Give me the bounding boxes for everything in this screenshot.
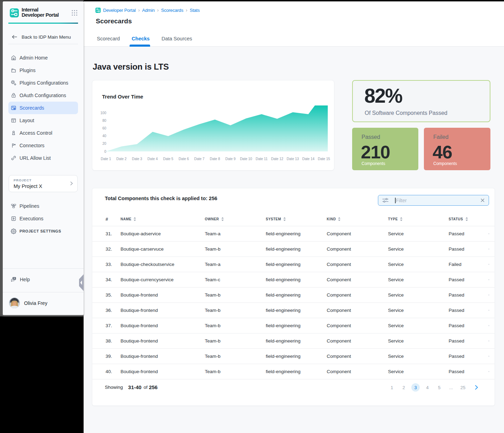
svg-text:Date 5: Date 5 — [163, 157, 173, 161]
svg-text:100: 100 — [100, 111, 106, 115]
svg-text:Date 6: Date 6 — [179, 157, 189, 161]
svg-text:40: 40 — [102, 134, 107, 138]
svg-text:Date 9: Date 9 — [225, 157, 236, 161]
svg-text:Date 1: Date 1 — [101, 157, 111, 161]
svg-text:Date 15: Date 15 — [318, 157, 330, 161]
svg-text:80: 80 — [102, 119, 107, 123]
svg-text:Date 3: Date 3 — [132, 157, 142, 161]
svg-text:Date 12: Date 12 — [271, 157, 283, 161]
svg-text:60: 60 — [102, 126, 107, 130]
svg-text:Date 14: Date 14 — [302, 157, 315, 161]
svg-text:Date 7: Date 7 — [194, 157, 205, 161]
svg-text:Date 8: Date 8 — [210, 157, 220, 161]
svg-text:Date 13: Date 13 — [287, 157, 299, 161]
svg-text:Date 11: Date 11 — [256, 157, 268, 161]
svg-text:20: 20 — [102, 142, 107, 145]
svg-text:Date 4: Date 4 — [147, 157, 158, 161]
svg-text:Date 2: Date 2 — [116, 157, 127, 161]
svg-text:Date 10: Date 10 — [240, 157, 252, 161]
